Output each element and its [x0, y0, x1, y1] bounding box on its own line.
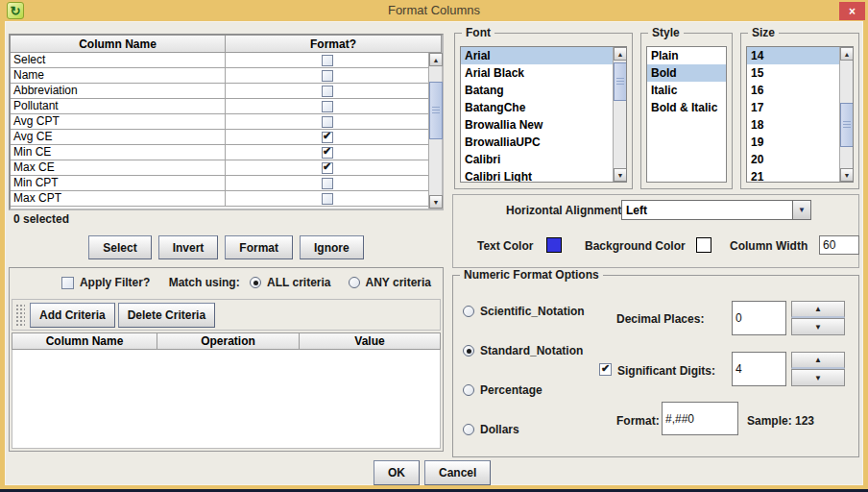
font-option[interactable]: Batang — [461, 82, 613, 99]
format-checkbox[interactable] — [322, 70, 333, 82]
size-list[interactable]: 1415161718192021 — [746, 46, 854, 183]
table-row[interactable]: Avg CE — [11, 130, 442, 145]
column-name-cell[interactable]: Avg CE — [11, 130, 226, 144]
criteria-value-header[interactable]: Value — [300, 332, 441, 350]
format-checkbox[interactable] — [322, 178, 333, 189]
table-row[interactable]: Pollutant — [11, 99, 442, 114]
notation-option[interactable]: Scientific_Notation — [463, 304, 585, 319]
style-option[interactable]: Plain — [647, 47, 726, 64]
column-name-cell[interactable]: Avg CPT — [11, 114, 226, 129]
radio-icon[interactable] — [349, 277, 360, 288]
size-option[interactable]: 15 — [747, 64, 839, 82]
scroll-down-icon[interactable] — [614, 168, 627, 182]
size-option[interactable]: 21 — [747, 168, 839, 183]
table-row[interactable]: Name — [11, 68, 442, 84]
format-checkbox[interactable] — [322, 86, 333, 97]
font-option[interactable]: BatangChe — [461, 99, 613, 116]
style-option[interactable]: Bold — [647, 64, 726, 82]
criteria-match-option[interactable]: ALL criteria — [250, 276, 330, 289]
table-row[interactable]: Abbreviation — [11, 84, 442, 99]
style-option[interactable]: Italic — [647, 82, 726, 99]
font-option[interactable]: Calibri — [461, 151, 613, 168]
size-option[interactable]: 17 — [747, 99, 839, 116]
font-option[interactable]: Calibri Light — [461, 168, 613, 183]
spinner-up-icon[interactable] — [791, 301, 845, 318]
notation-option[interactable]: Standard_Notation — [463, 343, 583, 358]
criteria-operation-header[interactable]: Operation — [157, 332, 300, 350]
size-option[interactable]: 20 — [747, 151, 839, 168]
table-row[interactable]: Max CPT — [11, 191, 442, 207]
notation-option[interactable]: Dollars — [463, 422, 519, 437]
format-input[interactable] — [662, 402, 738, 435]
font-option[interactable]: BrowalliaUPC — [461, 134, 613, 151]
scrollbar-thumb[interactable] — [429, 82, 443, 139]
column-name-cell[interactable]: Abbreviation — [11, 84, 226, 98]
background-color-swatch[interactable] — [696, 237, 711, 253]
notation-option[interactable]: Percentage — [463, 382, 542, 398]
style-option[interactable]: Bold & Italic — [647, 99, 726, 116]
scrollbar-thumb[interactable] — [614, 62, 627, 101]
format-checkbox[interactable] — [322, 101, 333, 112]
invert-button[interactable]: Invert — [158, 235, 219, 259]
spinner-down-icon[interactable] — [791, 318, 845, 335]
add-criteria-button[interactable]: Add Criteria — [30, 303, 115, 328]
radio-icon[interactable] — [463, 424, 474, 435]
format-checkbox[interactable] — [322, 147, 333, 159]
decimal-places-input[interactable] — [732, 301, 786, 335]
table-row[interactable]: Min CE — [11, 145, 442, 160]
size-option[interactable]: 14 — [747, 47, 839, 64]
spinner-up-icon[interactable] — [791, 352, 845, 369]
table-row[interactable]: Select — [11, 53, 442, 68]
criteria-table-body[interactable] — [12, 350, 441, 449]
format-header[interactable]: Format? — [226, 36, 442, 53]
column-width-input[interactable] — [819, 235, 859, 255]
format-checkbox[interactable] — [322, 116, 333, 128]
format-checkbox[interactable] — [322, 162, 333, 174]
delete-criteria-button[interactable]: Delete Criteria — [118, 303, 215, 328]
column-name-header[interactable]: Column Name — [11, 36, 226, 53]
ok-button[interactable]: OK — [374, 460, 420, 485]
text-color-swatch[interactable] — [546, 237, 562, 253]
ignore-button[interactable]: Ignore — [300, 235, 364, 259]
title-bar[interactable]: Format Columns × — [0, 0, 868, 21]
significant-digits-checkbox[interactable] — [599, 363, 612, 376]
style-list[interactable]: PlainBoldItalicBold & Italic — [646, 46, 727, 183]
radio-icon[interactable] — [463, 345, 474, 357]
column-name-cell[interactable]: Name — [11, 68, 226, 83]
toolbar-grip-icon[interactable] — [15, 304, 25, 327]
font-list-scrollbar[interactable] — [613, 47, 626, 182]
criteria-match-option[interactable]: ANY criteria — [349, 276, 431, 289]
significant-digits-input[interactable] — [732, 352, 786, 386]
column-name-cell[interactable]: Pollutant — [11, 99, 226, 113]
column-name-cell[interactable]: Select — [11, 53, 226, 67]
apply-filter-checkbox[interactable] — [61, 277, 74, 289]
table-row[interactable]: Max CE — [11, 160, 442, 176]
scroll-up-icon[interactable] — [429, 53, 443, 66]
scrollbar-thumb[interactable] — [840, 103, 854, 147]
format-checkbox[interactable] — [322, 55, 333, 66]
column-name-cell[interactable]: Max CPT — [11, 191, 226, 206]
font-list[interactable]: ArialArial BlackBatangBatangCheBrowallia… — [460, 46, 627, 183]
radio-icon[interactable] — [463, 306, 474, 317]
format-checkbox[interactable] — [322, 132, 333, 143]
close-icon[interactable]: × — [839, 2, 865, 20]
table-row[interactable]: Min CPT — [11, 176, 442, 191]
column-name-cell[interactable]: Min CPT — [11, 176, 226, 190]
select-button[interactable]: Select — [88, 235, 151, 259]
font-option[interactable]: Arial Black — [461, 64, 613, 82]
size-list-scrollbar[interactable] — [839, 47, 853, 182]
criteria-column-header[interactable]: Column Name — [12, 332, 157, 350]
chevron-down-icon[interactable] — [792, 201, 810, 219]
scroll-down-icon[interactable] — [429, 195, 443, 209]
cancel-button[interactable]: Cancel — [424, 460, 491, 485]
radio-icon[interactable] — [463, 384, 474, 396]
size-option[interactable]: 16 — [747, 82, 839, 99]
column-table-scrollbar[interactable] — [428, 53, 442, 209]
format-button[interactable]: Format — [225, 235, 293, 259]
format-checkbox[interactable] — [322, 193, 333, 205]
font-option[interactable]: Arial — [461, 47, 613, 64]
scroll-up-icon[interactable] — [840, 47, 854, 61]
scroll-down-icon[interactable] — [840, 168, 854, 182]
table-row[interactable]: Avg CPT — [11, 114, 442, 130]
size-option[interactable]: 19 — [747, 134, 839, 151]
